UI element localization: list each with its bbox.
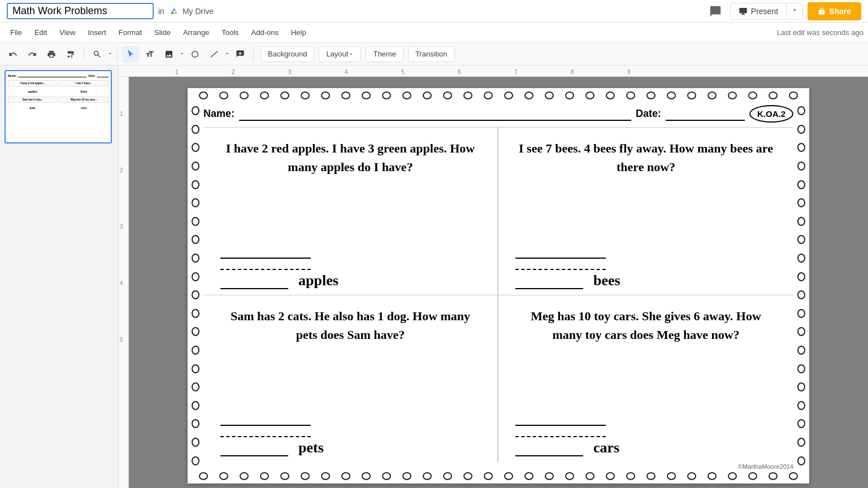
print-button[interactable] [43,46,60,63]
chain-link [667,91,676,99]
chain-link [423,472,432,480]
chain-link [797,382,805,391]
menu-view[interactable]: View [54,26,81,39]
menu-format[interactable]: Format [113,26,147,39]
line-icon [210,50,219,59]
ruler-mark-2: 2 [232,69,235,75]
chain-link [192,401,199,410]
chain-link [192,254,199,263]
chevron-down-icon [791,7,798,14]
ruler-mark-7: 7 [514,69,518,75]
shape-button[interactable] [186,46,203,63]
menu-arrange[interactable]: Arrange [177,26,215,39]
answer-line-3a[interactable] [220,412,311,426]
canvas-area[interactable]: Name: Date: K.OA.2 I have 2 red apples. … [129,77,868,488]
share-label: Share [829,7,851,16]
zoom-button[interactable] [89,46,106,63]
layout-chevron-icon [348,51,354,57]
problems-grid: I have 2 red apples. I have 3 green appl… [203,127,793,462]
chain-link [362,91,371,99]
theme-label: Theme [373,50,396,58]
chain-link [301,472,310,480]
menu-file[interactable]: File [5,26,28,39]
answer-line-2a[interactable] [515,245,606,259]
answer-blank-1[interactable] [220,273,288,289]
chain-link [667,472,676,480]
answer-line-4a[interactable] [515,412,606,426]
problem-2-answer: bees [515,234,776,289]
text-tool-button[interactable] [141,46,158,63]
answer-dash-4a[interactable] [515,428,606,437]
paint-format-icon [66,50,75,59]
add-comment-icon [236,50,245,59]
menu-addons[interactable]: Add-ons [246,26,284,39]
chain-link [748,91,757,99]
answer-blank-2[interactable] [515,273,583,289]
horizontal-ruler: 1 2 3 4 5 6 7 8 9 [119,66,868,77]
presentation-title[interactable] [7,3,154,19]
select-tool-button[interactable] [122,46,139,63]
chain-link [504,472,513,480]
date-field[interactable] [666,107,745,121]
svg-line-4 [211,51,218,57]
paint-format-button[interactable] [62,46,79,63]
chain-link [321,472,330,480]
top-right-actions: Present Share [705,1,861,21]
answer-blank-4[interactable] [515,441,583,456]
answer-label-3: pets [298,439,324,456]
transition-button[interactable]: Transition [408,46,455,62]
toolbar-divider-3 [253,47,254,61]
problem-3-cell: Sam has 2 cats. He also has 1 dog. How m… [203,295,498,463]
chain-link [769,472,778,480]
layout-button[interactable]: Layout [319,46,361,62]
menu-edit[interactable]: Edit [29,26,53,39]
redo-button[interactable] [24,46,41,63]
comment-insert-button[interactable] [232,46,249,63]
shape-icon [190,50,199,59]
comments-button[interactable] [705,1,726,21]
chain-link [443,472,452,480]
problem-4-answer: cars [515,401,776,456]
name-field[interactable] [239,107,631,121]
present-button[interactable]: Present [731,3,786,19]
answer-dash-1a[interactable] [220,261,311,270]
answer-line-1a[interactable] [220,245,311,259]
background-button[interactable]: Background [261,46,314,62]
menu-help[interactable]: Help [285,26,312,39]
slide-canvas[interactable]: Name: Date: K.OA.2 I have 2 red apples. … [188,88,809,483]
chain-link [728,91,737,99]
chain-link [192,162,199,171]
chain-link [524,472,533,480]
problem-4-text: Meg has 10 toy cars. She gives 6 away. H… [515,307,776,402]
chain-link [402,91,411,99]
present-chevron-button[interactable] [786,3,802,19]
slide-1-thumbnail[interactable]: Name: Date: I have 2 red apples... I see… [5,70,112,143]
menu-tools[interactable]: Tools [216,26,244,39]
chain-link [797,346,805,355]
toolbar-divider-2 [117,47,118,61]
slide-panel: Name: Date: I have 2 red apples... I see… [0,66,119,488]
image-icon [164,50,173,59]
line-button[interactable] [206,46,223,63]
undo-button[interactable] [5,46,21,63]
chain-link [192,290,199,299]
name-label: Name: [203,108,235,120]
answer-blank-3[interactable] [220,441,288,456]
menu-insert[interactable]: Insert [82,26,112,39]
chain-link [192,272,199,281]
drive-location[interactable]: My Drive [169,6,214,16]
share-button[interactable]: Share [808,2,861,20]
chain-link [797,401,805,410]
answer-dash-2a[interactable] [515,261,606,270]
answer-dash-3a[interactable] [220,428,311,437]
chain-link [463,472,472,480]
chain-link [192,309,199,318]
answer-label-row-3: pets [220,439,480,456]
menu-slide[interactable]: Slide [149,26,176,39]
chain-link [797,272,805,281]
svg-rect-0 [739,8,747,13]
chain-link [606,91,615,99]
theme-button[interactable]: Theme [366,46,403,62]
image-button[interactable] [160,46,177,63]
chain-link [192,346,199,355]
